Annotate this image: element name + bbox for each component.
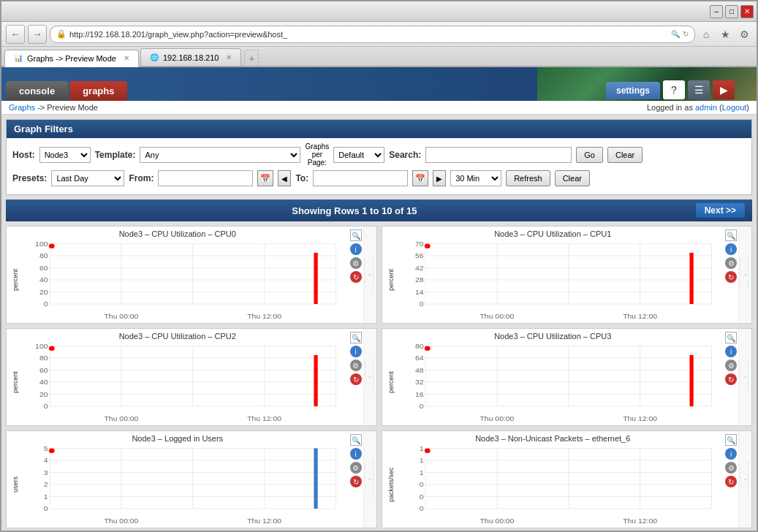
graph-area: percent 70564228140 Thu 00:00 Thu 12:00	[385, 240, 721, 320]
graph-sidebar: PROTOCOL | TREE DETAIL	[738, 329, 751, 425]
graph-main: Node3 – CPU Utilization – CPU0 percent 1…	[7, 227, 349, 323]
graph-info-icon[interactable]: i	[350, 448, 362, 460]
graph-zoom-icon[interactable]: 🔍	[350, 332, 362, 343]
graph-tool-icon[interactable]: ⚙	[350, 462, 362, 474]
graph-info-icon[interactable]: i	[725, 448, 737, 460]
svg-text:28: 28	[414, 276, 423, 284]
svg-text:16: 16	[414, 391, 423, 398]
sidebar-protocol-label: PROTOCOL	[740, 463, 742, 496]
graph-tool-icon[interactable]: ⚙	[725, 257, 737, 269]
svg-text:40: 40	[39, 276, 48, 284]
graph-ylabel: users	[10, 444, 21, 525]
graph-zoom-icon[interactable]: 🔍	[725, 434, 737, 446]
clear2-button[interactable]: Clear	[555, 170, 590, 186]
help-icon-btn[interactable]: ?	[663, 80, 685, 99]
graphs-per-page-container: Graphs per Page:	[305, 142, 329, 167]
from-arrow-left[interactable]: ◀	[278, 170, 291, 186]
host-select[interactable]: Node3	[39, 147, 91, 163]
svg-text:0: 0	[419, 403, 423, 410]
svg-text:42: 42	[414, 265, 423, 272]
svg-rect-17	[314, 253, 317, 304]
svg-text:Thu 00:00: Thu 00:00	[480, 415, 514, 422]
title-bar: – □ ✕	[1, 1, 757, 22]
graph-tool-icon[interactable]: ⚙	[350, 360, 362, 371]
address-bar[interactable]: 🔒 http://192.168.18.201/graph_view.php?a…	[50, 26, 695, 43]
graph-info-icon[interactable]: i	[350, 346, 362, 357]
graph-tool-icon[interactable]: ⚙	[725, 360, 737, 371]
home-icon[interactable]: ⌂	[698, 26, 714, 42]
graph-info-icon[interactable]: i	[725, 346, 737, 357]
maximize-button[interactable]: □	[725, 5, 738, 18]
graph-zoom-icon[interactable]: 🔍	[725, 332, 737, 343]
graph-title: Node3 – CPU Utilization – CPU2	[10, 332, 346, 341]
tab-close-2[interactable]: ✕	[226, 53, 232, 61]
from-calendar-button[interactable]: 📅	[257, 170, 273, 186]
refresh-in-bar-icon[interactable]: ↻	[683, 30, 689, 38]
nav-icons: ⌂ ★ ⚙	[698, 26, 752, 42]
graphs-grid: Node3 – CPU Utilization – CPU0 percent 1…	[6, 226, 752, 528]
graph-card: Node3 – CPU Utilization – CPU3 percent 8…	[382, 328, 753, 426]
graph-info-icon[interactable]: i	[725, 243, 737, 255]
graph-zoom-icon[interactable]: 🔍	[350, 434, 362, 446]
back-button[interactable]: ←	[6, 25, 25, 44]
graphs-per-page-select[interactable]: Default	[333, 147, 384, 163]
search-input[interactable]	[425, 147, 572, 163]
svg-text:64: 64	[414, 354, 423, 362]
refresh-button[interactable]: Refresh	[506, 170, 550, 186]
menu-icon-btn[interactable]: ☰	[688, 80, 710, 99]
sidebar-protocol-label: PROTOCOL	[740, 259, 742, 292]
tab-graphs-preview[interactable]: 📊 Graphs -> Preview Mode ✕	[4, 50, 139, 67]
interval-select[interactable]: 30 Min	[450, 170, 501, 186]
graph-delete-icon[interactable]: ↻	[350, 476, 362, 487]
settings-icon[interactable]: ⚙	[736, 26, 752, 42]
bookmark-icon[interactable]: ★	[717, 26, 733, 42]
tab-close-1[interactable]: ✕	[124, 54, 129, 62]
graph-card: Node3 – CPU Utilization – CPU0 percent 1…	[6, 226, 377, 324]
graph-icons: 🔍 i ⚙ ↻	[349, 329, 363, 425]
graph-ylabel: percent	[10, 342, 21, 422]
console-tab[interactable]: console	[6, 81, 68, 101]
graph-zoom-icon[interactable]: 🔍	[350, 229, 362, 241]
graph-chart: 111000 Thu 00:00 Thu 12:00	[397, 444, 721, 525]
forward-button[interactable]: →	[28, 25, 47, 44]
graph-sidebar: PROTOCOL | TREE DETAIL	[363, 431, 376, 528]
to-date-input[interactable]: 2013-10-17 16:50	[313, 170, 408, 186]
minimize-button[interactable]: –	[710, 5, 723, 18]
presets-select[interactable]: Last Day	[51, 170, 124, 186]
graph-delete-icon[interactable]: ↻	[725, 476, 737, 487]
status-text: Showing Rows 1 to 10 of 15	[13, 205, 696, 216]
graph-delete-icon[interactable]: ↻	[350, 373, 362, 385]
tab-host[interactable]: 🌐 192.168.18.210 ✕	[140, 48, 241, 66]
template-select[interactable]: Any	[140, 147, 300, 163]
graph-delete-icon[interactable]: ↻	[725, 373, 737, 385]
graphs-tab[interactable]: graphs	[69, 81, 127, 101]
graph-tool-icon[interactable]: ⚙	[725, 462, 737, 474]
svg-text:60: 60	[39, 367, 48, 374]
svg-text:100: 100	[35, 240, 48, 248]
clear-button[interactable]: Clear	[607, 147, 643, 163]
to-arrow-right[interactable]: ▶	[433, 170, 446, 186]
graph-info-icon[interactable]: i	[350, 243, 362, 255]
to-calendar-button[interactable]: 📅	[412, 170, 428, 186]
graph-zoom-icon[interactable]: 🔍	[725, 229, 737, 241]
svg-rect-80	[689, 355, 693, 406]
graph-card: Node3 – CPU Utilization – CPU2 percent 1…	[6, 328, 377, 426]
breadcrumb-link[interactable]: Graphs	[9, 103, 35, 112]
sidebar-detail-label: |	[745, 274, 746, 276]
to-label: To:	[295, 173, 308, 183]
go-button[interactable]: Go	[576, 147, 603, 163]
graph-tool-icon[interactable]: ⚙	[350, 257, 362, 269]
graph-delete-icon[interactable]: ↻	[725, 271, 737, 283]
logout-link[interactable]: Logout	[722, 103, 747, 112]
media-icon-btn[interactable]: ▶	[713, 80, 735, 99]
graph-title: Node3 – CPU Utilization – CPU1	[385, 229, 721, 238]
settings-button[interactable]: settings	[606, 82, 660, 99]
next-button[interactable]: Next >>	[696, 203, 745, 218]
graph-delete-icon[interactable]: ↻	[350, 271, 362, 283]
svg-point-18	[49, 244, 55, 249]
logged-in-user[interactable]: admin	[695, 103, 717, 112]
from-date-input[interactable]: 2013-10-16 16:50	[158, 170, 253, 186]
graph-title: Node3 – CPU Utilization – CPU0	[10, 229, 346, 238]
new-tab-button[interactable]: +	[244, 50, 259, 66]
close-button[interactable]: ✕	[740, 5, 754, 18]
